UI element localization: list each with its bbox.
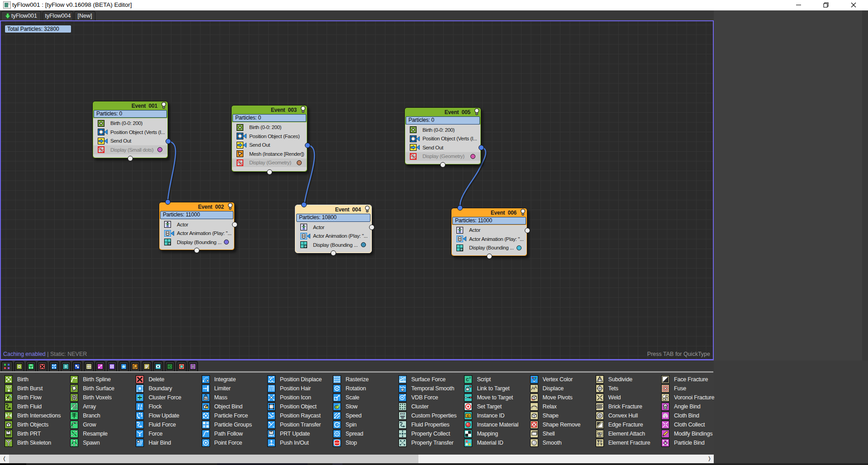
svg-text:KG: KG <box>204 397 208 400</box>
svg-text:PRT: PRT <box>6 434 11 437</box>
svg-text:PRT: PRT <box>269 434 274 437</box>
svg-text:ID: ID <box>467 414 470 417</box>
svg-text:STOP: STOP <box>334 442 340 444</box>
svg-text:XYZ: XYZ <box>400 412 406 415</box>
svg-text:#: # <box>470 377 471 380</box>
svg-text:C: C <box>466 377 469 383</box>
